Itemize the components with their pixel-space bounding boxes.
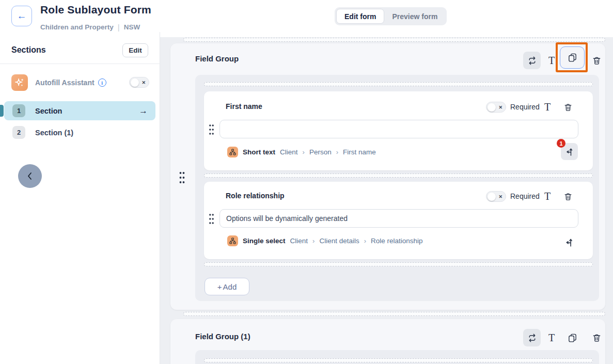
arrow-right-icon: →	[139, 101, 148, 120]
sitemap-icon	[227, 147, 238, 157]
app-header: ← Role Sublayout Form Children and Prope…	[0, 0, 613, 32]
autofill-assistant-row: Autofill Assistant i ✕	[0, 74, 160, 91]
text-icon: T	[544, 101, 551, 113]
duplicate-group-button[interactable]	[560, 46, 585, 69]
field-group-title: Field Group	[195, 54, 239, 63]
dropzone-group	[183, 312, 605, 316]
dropzone-top	[183, 38, 605, 42]
field-card-first-name: First name ✕ Required T	[204, 91, 593, 170]
info-icon[interactable]: i	[98, 78, 106, 87]
section-number-badge: 2	[12, 126, 25, 139]
back-arrow-icon: ←	[17, 10, 27, 22]
autofill-toggle[interactable]: ✕	[129, 77, 149, 88]
sync-fields-button[interactable]	[523, 52, 541, 69]
delete-group-button[interactable]	[588, 52, 605, 69]
back-button[interactable]: ←	[11, 6, 32, 26]
delete-group-button[interactable]	[588, 329, 605, 346]
autofill-assistant-label: Autofill Assistant	[35, 78, 95, 87]
edit-sections-button[interactable]: Edit	[122, 43, 148, 57]
field-type-label: Short text	[243, 148, 275, 156]
group-drag-handle[interactable]	[178, 171, 186, 184]
field-delete-button[interactable]	[561, 190, 575, 203]
sparkle-icon	[11, 74, 28, 91]
collapse-sidebar-button[interactable]	[18, 164, 42, 188]
text-style-button[interactable]: T	[543, 329, 560, 346]
sync-fields-button[interactable]	[523, 329, 541, 346]
dropzone-field	[204, 262, 593, 266]
toggle-off-icon: ✕	[498, 104, 502, 109]
field-text-style-button[interactable]: T	[541, 100, 554, 114]
branch-icon	[564, 147, 575, 157]
field-input-first-name[interactable]	[219, 120, 578, 138]
chevron-left-icon	[26, 172, 34, 180]
required-label: Required	[510, 192, 540, 200]
required-toggle[interactable]: ✕	[486, 102, 506, 113]
required-label: Required	[510, 103, 540, 111]
fields-panel: First name ✕ Required T	[195, 75, 599, 301]
field-drag-handle[interactable]	[208, 213, 215, 225]
toggle-knob	[488, 193, 496, 201]
mapping-crumb: Client	[280, 148, 298, 156]
section-label: Section	[35, 101, 62, 120]
toggle-off-icon: ✕	[142, 80, 146, 85]
field-meta-row: Short text Client › Person › First name	[227, 146, 376, 157]
field-input-role-relationship[interactable]	[219, 209, 578, 228]
duplicate-group-button[interactable]	[563, 329, 581, 346]
field-delete-button[interactable]	[561, 101, 575, 114]
field-group-card-2: Field Group (1) T	[170, 319, 605, 364]
page-title: Role Sublayout Form	[40, 4, 151, 16]
text-icon: T	[544, 191, 551, 202]
breadcrumb-separator: ›	[312, 237, 315, 245]
breadcrumb-separator: ›	[336, 148, 338, 156]
field-group-card: Field Group T	[170, 43, 605, 310]
toggle-knob	[131, 78, 139, 87]
section-number-badge: 1	[12, 104, 25, 117]
field-label: Role relationship	[226, 192, 285, 200]
selected-section-accent	[0, 105, 4, 117]
sync-icon	[527, 56, 537, 66]
field-card-role-relationship: Role relationship ✕ Required T	[204, 182, 593, 259]
mapping-crumb: Person	[309, 148, 332, 156]
form-mode-tabs: Edit form Preview form	[335, 7, 447, 25]
copy-icon	[568, 53, 577, 62]
sidebar-divider	[0, 64, 160, 64]
breadcrumb-separator: ›	[303, 148, 305, 156]
sitemap-icon	[227, 235, 238, 246]
add-button-label: Add	[223, 282, 237, 291]
mapping-crumb: First name	[343, 148, 376, 156]
mapping-crumb: Role relationship	[371, 237, 423, 245]
trash-icon	[592, 333, 602, 343]
pipe-separator: |	[118, 23, 120, 31]
sections-heading: Sections	[11, 45, 46, 55]
sidebar-item-section-2[interactable]: 2 Section (1)	[4, 123, 155, 142]
plus-icon: +	[217, 282, 222, 291]
trash-icon	[592, 56, 602, 66]
text-style-button[interactable]: T	[543, 52, 560, 69]
breadcrumb-category: Children and Property	[40, 23, 114, 31]
conditional-logic-button[interactable]	[562, 235, 576, 249]
sections-sidebar: Sections Edit Autofill Assistant i ✕ 1 S…	[0, 32, 160, 364]
fields-panel	[195, 350, 599, 364]
trash-icon	[563, 103, 573, 112]
field-type-label: Single select	[243, 237, 286, 245]
field-text-style-button[interactable]: T	[541, 189, 554, 203]
required-toggle[interactable]: ✕	[486, 191, 506, 202]
sync-icon	[527, 333, 537, 343]
breadcrumb: Children and Property | NSW	[40, 23, 140, 31]
mapping-crumb: Client	[290, 237, 308, 245]
breadcrumb-region: NSW	[124, 23, 140, 31]
copy-icon	[568, 333, 577, 343]
branch-icon	[564, 237, 575, 248]
dropzone-field	[204, 173, 593, 178]
add-field-button[interactable]: + Add	[205, 278, 249, 295]
mapping-crumb: Client details	[319, 237, 359, 245]
tab-edit-form[interactable]: Edit form	[336, 9, 384, 24]
field-drag-handle[interactable]	[208, 123, 215, 136]
form-canvas: Field Group T	[160, 32, 613, 364]
sidebar-item-section-1[interactable]: 1 Section →	[4, 101, 155, 120]
text-icon: T	[548, 55, 555, 67]
section-label: Section (1)	[35, 123, 73, 142]
field-label: First name	[226, 102, 262, 110]
tab-preview-form[interactable]: Preview form	[384, 9, 445, 24]
trash-icon	[563, 192, 573, 201]
